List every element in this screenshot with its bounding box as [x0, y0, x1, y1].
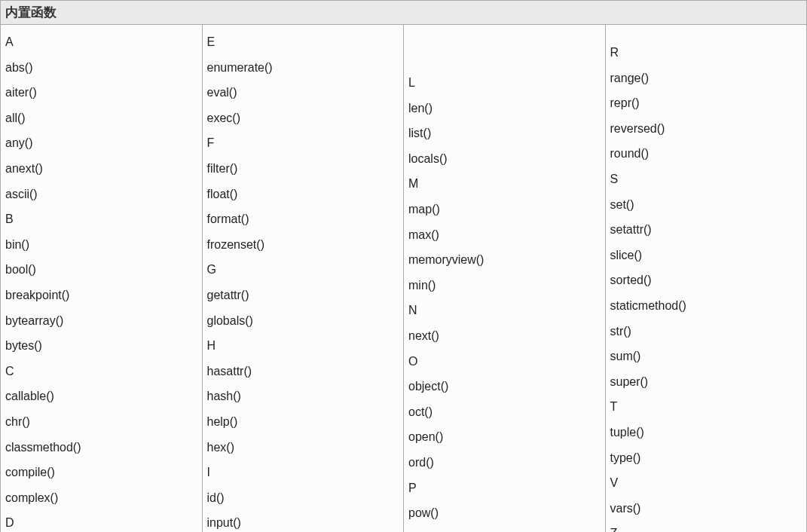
function-name: len(): [407, 96, 602, 121]
function-name: bytearray(): [4, 308, 199, 334]
builtin-functions-table: 内置函数 Aabs()aiter()all()any()anext()ascii…: [0, 0, 807, 532]
section-letter: F: [206, 130, 401, 156]
function-name: oct(): [407, 399, 602, 425]
function-name: exec(): [206, 105, 401, 131]
function-name: type(): [609, 445, 804, 471]
function-name: ord(): [407, 450, 602, 475]
section-letter: M: [407, 171, 602, 197]
function-name: tuple(): [609, 420, 804, 445]
section-letter: C: [4, 359, 199, 384]
column-1: Aabs()aiter()all()any()anext()ascii()Bbi…: [1, 25, 203, 532]
function-name: list(): [407, 121, 602, 146]
function-name: max(): [407, 222, 602, 248]
function-name: eval(): [206, 80, 401, 105]
function-name: open(): [407, 424, 602, 450]
function-name: id(): [206, 485, 401, 511]
function-name: map(): [407, 197, 602, 222]
function-name: staticmethod(): [609, 293, 804, 319]
section-letter: A: [4, 29, 199, 55]
section-letter: I: [206, 460, 401, 485]
function-name: reversed(): [609, 116, 804, 142]
function-name: hash(): [206, 384, 401, 409]
function-name: next(): [407, 323, 602, 349]
section-letter: V: [609, 470, 804, 496]
function-name: bin(): [4, 232, 199, 258]
function-name: pow(): [407, 500, 602, 526]
column-3: Llen()list()locals()Mmap()max()memoryvie…: [404, 25, 606, 532]
function-name: any(): [4, 130, 199, 156]
function-name: locals(): [407, 146, 602, 172]
function-name: vars(): [609, 496, 804, 521]
function-name: help(): [206, 409, 401, 435]
function-name: chr(): [4, 409, 199, 435]
section-letter: L: [407, 70, 602, 96]
function-name: bytes(): [4, 333, 199, 359]
section-letter: G: [206, 257, 401, 283]
function-name: str(): [609, 319, 804, 344]
section-letter: H: [206, 333, 401, 359]
function-name: object(): [407, 374, 602, 399]
function-name: breakpoint(): [4, 283, 199, 308]
function-name: frozenset(): [206, 232, 401, 258]
function-name: aiter(): [4, 80, 199, 105]
function-name: bool(): [4, 257, 199, 283]
function-name: sum(): [609, 344, 804, 369]
function-name: hex(): [206, 435, 401, 460]
section-letter: T: [609, 394, 804, 420]
function-name: hasattr(): [206, 359, 401, 384]
function-name: getattr(): [206, 283, 401, 308]
function-name: min(): [407, 273, 602, 298]
section-letter: Z: [609, 521, 804, 532]
function-name: print(): [407, 526, 602, 532]
function-name: enumerate(): [206, 55, 401, 81]
section-letter: R: [609, 40, 804, 66]
function-name: classmethod(): [4, 435, 199, 460]
function-name: input(): [206, 510, 401, 532]
section-letter: O: [407, 349, 602, 375]
function-name: slice(): [609, 243, 804, 268]
section-letter: P: [407, 475, 602, 501]
section-letter: S: [609, 167, 804, 192]
function-name: repr(): [609, 90, 804, 116]
function-name: complex(): [4, 485, 199, 511]
section-letter: N: [407, 298, 602, 323]
column-4: Rrange()repr()reversed()round()Sset()set…: [606, 25, 807, 532]
table-header: 内置函数: [1, 1, 806, 25]
function-name: filter(): [206, 156, 401, 182]
function-name: format(): [206, 206, 401, 232]
function-name: abs(): [4, 55, 199, 81]
section-letter: B: [4, 206, 199, 232]
section-letter: E: [206, 29, 401, 55]
section-letter: D: [4, 510, 199, 532]
function-name: set(): [609, 192, 804, 218]
function-name: callable(): [4, 384, 199, 409]
function-name: float(): [206, 182, 401, 207]
function-name: round(): [609, 141, 804, 167]
column-2: Eenumerate()eval()exec()Ffilter()float()…: [203, 25, 405, 532]
table-body: Aabs()aiter()all()any()anext()ascii()Bbi…: [1, 25, 806, 532]
function-name: memoryview(): [407, 247, 602, 273]
function-name: globals(): [206, 308, 401, 334]
function-name: anext(): [4, 156, 199, 182]
function-name: compile(): [4, 460, 199, 485]
function-name: range(): [609, 66, 804, 91]
function-name: setattr(): [609, 217, 804, 243]
function-name: sorted(): [609, 268, 804, 293]
function-name: ascii(): [4, 182, 199, 207]
function-name: super(): [609, 369, 804, 395]
function-name: all(): [4, 105, 199, 131]
